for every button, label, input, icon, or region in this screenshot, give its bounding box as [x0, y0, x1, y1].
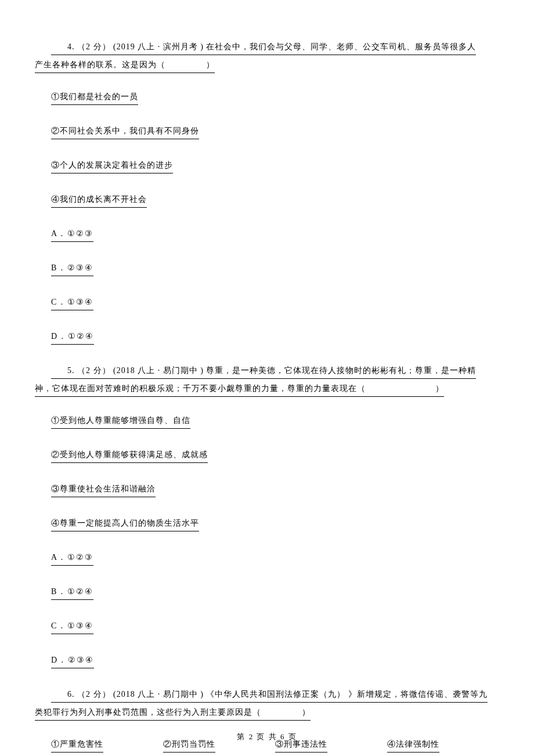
q5-statement-4: ④尊重一定能提高人们的物质生活水平 [51, 517, 499, 529]
q4-stem2: 产生各种各样的联系。这是因为（ [35, 60, 165, 69]
q4-points: （2 分） [77, 42, 111, 51]
q5-option-d: D . ②③④ [51, 654, 499, 666]
q5-stem: 尊重，是一种美德，它体现在待人接物时的彬彬有礼；尊重，是一种精 [206, 366, 476, 375]
q4-stem-line1: 4. （2 分） (2019 八上 · 滨州月考 ) 在社会中，我们会与父母、同… [35, 41, 499, 53]
q5-stem-line1: 5. （2 分） (2018 八上 · 易门期中 ) 尊重，是一种美德，它体现在… [35, 364, 499, 377]
q4-statement-3: ③个人的发展决定着社会的进步 [51, 159, 499, 171]
q5-statement-3: ③尊重使社会生活和谐融洽 [51, 483, 499, 495]
q4-stem3: ） [206, 60, 215, 69]
q4-stem-line2: 产生各种各样的联系。这是因为（） [35, 59, 499, 71]
q5-option-a: A . ①②③ [51, 551, 499, 563]
q4-option-a: A . ①②③ [51, 227, 499, 240]
q6-stem: 《中华人民共和国刑法修正案（九） 》新增规定，将微信传谣、袭警等九 [206, 690, 488, 699]
q6-source: (2018 八上 · 易门期中 ) [113, 690, 204, 699]
q6-stem3: ） [302, 708, 311, 717]
q5-option-c: C . ①③④ [51, 620, 499, 632]
q5-stem3: ） [435, 384, 444, 393]
q5-option-b: B . ①②④ [51, 585, 499, 598]
q6-stem2: 类犯罪行为列入刑事处罚范围，这些行为入刑主要原因是（ [35, 708, 261, 717]
q6-points: （2 分） [77, 690, 111, 699]
q5-statement-2: ②受到他人尊重能够获得满足感、成就感 [51, 448, 499, 461]
q5-statement-1: ①受到他人尊重能够增强自尊、自信 [51, 414, 499, 426]
q5-stem-line2: 神，它体现在面对苦难时的积极乐观；千万不要小觑尊重的力量，尊重的力量表现在（） [35, 382, 499, 395]
page-content: 4. （2 分） (2019 八上 · 滨州月考 ) 在社会中，我们会与父母、同… [0, 0, 534, 756]
q6-stem-line1: 6. （2 分） (2018 八上 · 易门期中 ) 《中华人民共和国刑法修正案… [35, 688, 499, 700]
q4-stem: 在社会中，我们会与父母、同学、老师、公交车司机、服务员等很多人 [206, 42, 476, 51]
q4-option-d: D . ①②④ [51, 330, 499, 342]
q4-option-b: B . ②③④ [51, 262, 499, 274]
q4-number: 4. [67, 42, 75, 51]
q5-points: （2 分） [77, 366, 111, 375]
q5-source: (2018 八上 · 易门期中 ) [113, 366, 204, 375]
q4-statement-2: ②不同社会关系中，我们具有不同身份 [51, 125, 499, 137]
q4-option-c: C . ①③④ [51, 296, 499, 308]
q6-stem-line2: 类犯罪行为列入刑事处罚范围，这些行为入刑主要原因是（） [35, 706, 499, 718]
page-footer: 第 2 页 共 6 页 [0, 732, 534, 742]
q6-number: 6. [67, 690, 75, 699]
q5-stem2: 神，它体现在面对苦难时的积极乐观；千万不要小觑尊重的力量，尊重的力量表现在（ [35, 384, 366, 393]
q4-source: (2019 八上 · 滨州月考 ) [113, 42, 204, 51]
q4-statement-1: ①我们都是社会的一员 [51, 91, 499, 103]
q4-statement-4: ④我们的成长离不开社会 [51, 193, 499, 205]
q5-number: 5. [67, 366, 75, 375]
